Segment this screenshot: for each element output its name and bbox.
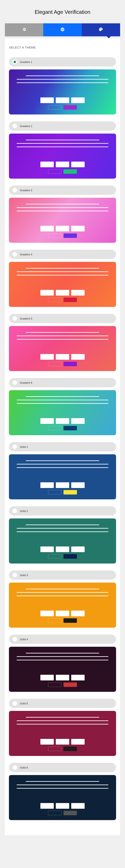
preview-inputs [17, 482, 108, 488]
tab-region[interactable] [43, 23, 82, 36]
preview-input [40, 803, 54, 809]
theme-option-solid-2[interactable]: Solid 2 [9, 506, 116, 516]
radio-gradient-3[interactable] [12, 188, 17, 192]
theme-option-gradient-1[interactable]: Gradient 1 [9, 57, 116, 67]
preview-line [17, 336, 108, 336]
theme-option-gradient-3[interactable]: Gradient 3 [9, 186, 116, 195]
preview-buttons [17, 298, 108, 302]
preview-input [71, 418, 85, 424]
preview-button-solid [64, 682, 77, 687]
preview-button-solid [64, 169, 77, 174]
theme-option-solid-1[interactable]: Solid 1 [9, 442, 116, 452]
preview-lines [17, 268, 108, 276]
preview-buttons [17, 682, 108, 687]
preview-line [26, 717, 99, 718]
preview-lines [17, 140, 108, 147]
preview-button-outline [48, 169, 61, 174]
radio-gradient-5[interactable] [12, 316, 17, 321]
theme-option-solid-5[interactable]: Solid 5 [9, 699, 116, 708]
preview-line [17, 339, 108, 340]
preview-input [56, 675, 69, 680]
theme-option-gradient-2[interactable]: Gradient 2 [9, 121, 116, 131]
preview-line [17, 724, 108, 724]
preview-line [17, 271, 108, 272]
preview-inputs [17, 803, 108, 809]
gear-icon [22, 27, 26, 32]
preview-input [71, 97, 85, 103]
preview-line [17, 531, 108, 532]
preview-button-outline [48, 298, 61, 302]
preview-button-solid [64, 105, 77, 110]
theme-preview-gradient-1[interactable] [9, 69, 116, 115]
theme-option-solid-3[interactable]: Solid 3 [9, 570, 116, 580]
preview-button-solid [64, 747, 77, 751]
theme-panel: SELECT A THEME Gradient 1Gradient 2Gradi… [5, 38, 120, 835]
preview-input [56, 354, 69, 360]
preview-buttons [17, 105, 108, 110]
page-title: Elegant Age Verification [5, 9, 120, 15]
preview-buttons [17, 811, 108, 815]
preview-line [26, 332, 99, 333]
preview-line [17, 596, 108, 596]
radio-gradient-2[interactable] [12, 124, 17, 128]
radio-gradient-4[interactable] [12, 252, 17, 256]
preview-lines [17, 653, 108, 660]
preview-lines [17, 204, 108, 211]
theme-preview-solid-4[interactable] [9, 647, 116, 692]
theme-option-gradient-6[interactable]: Gradient 6 [9, 378, 116, 387]
preview-inputs [17, 547, 108, 552]
tab-theme[interactable] [82, 23, 120, 36]
theme-option-solid-4[interactable]: Solid 4 [9, 634, 116, 644]
palette-icon [99, 27, 103, 32]
radio-solid-1[interactable] [12, 444, 17, 449]
preview-input [40, 547, 54, 552]
theme-preview-gradient-2[interactable] [9, 133, 116, 179]
preview-line [26, 653, 99, 653]
theme-label: Gradient 4 [20, 253, 32, 256]
preview-input [40, 290, 54, 296]
theme-preview-gradient-5[interactable] [9, 326, 116, 371]
radio-solid-5[interactable] [12, 701, 17, 706]
preview-line [17, 660, 108, 660]
preview-line [17, 400, 108, 400]
theme-preview-gradient-4[interactable] [9, 262, 116, 307]
theme-preview-gradient-6[interactable] [9, 390, 116, 435]
preview-button-outline [48, 426, 61, 430]
theme-preview-solid-1[interactable] [9, 454, 116, 499]
radio-solid-6[interactable] [12, 765, 17, 770]
preview-buttons [17, 618, 108, 623]
preview-button-solid [64, 618, 77, 623]
theme-option-gradient-5[interactable]: Gradient 5 [9, 314, 116, 323]
preview-buttons [17, 234, 108, 238]
preview-input [71, 482, 85, 488]
preview-inputs [17, 162, 108, 167]
preview-lines [17, 525, 108, 532]
preview-inputs [17, 739, 108, 745]
theme-preview-solid-5[interactable] [9, 711, 116, 756]
theme-preview-gradient-3[interactable] [9, 198, 116, 243]
preview-input [71, 354, 85, 360]
theme-option-gradient-4[interactable]: Gradient 4 [9, 250, 116, 259]
preview-buttons [17, 554, 108, 559]
preview-input [71, 226, 85, 231]
theme-preview-solid-6[interactable] [9, 775, 116, 820]
theme-preview-solid-2[interactable] [9, 519, 116, 563]
preview-lines [17, 75, 108, 83]
preview-input [40, 418, 54, 424]
preview-line [17, 79, 108, 80]
radio-solid-3[interactable] [12, 573, 17, 577]
radio-gradient-1[interactable] [12, 60, 17, 64]
tab-settings[interactable] [5, 23, 43, 36]
preview-line [26, 589, 99, 589]
theme-label: Gradient 6 [20, 381, 32, 384]
theme-preview-solid-3[interactable] [9, 583, 116, 628]
radio-solid-2[interactable] [12, 509, 17, 513]
preview-input [56, 803, 69, 809]
radio-solid-4[interactable] [12, 637, 17, 642]
preview-line [26, 396, 99, 397]
preview-input [56, 226, 69, 231]
preview-input [56, 418, 69, 424]
preview-inputs [17, 290, 108, 296]
radio-gradient-6[interactable] [12, 380, 17, 385]
theme-option-solid-6[interactable]: Solid 6 [9, 763, 116, 772]
